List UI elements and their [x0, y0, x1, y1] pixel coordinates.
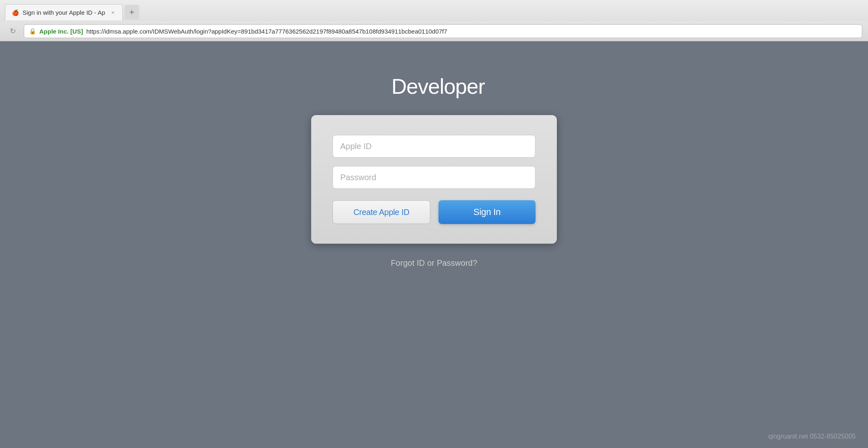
active-tab[interactable]: 🍎 Sign in with your Apple ID - Ap × — [5, 4, 123, 20]
lock-icon: 🔒 — [29, 28, 36, 34]
action-buttons: Create Apple ID Sign In — [332, 200, 536, 224]
url-bar[interactable]: 🔒 Apple Inc. [US] https://idmsa.apple.co… — [24, 24, 862, 38]
forgot-id-password-link[interactable]: Forgot ID or Password? — [391, 258, 477, 268]
developer-title: Developer — [391, 74, 485, 99]
tab-favicon: 🍎 — [11, 9, 19, 17]
password-input[interactable] — [332, 166, 536, 189]
watermark-text: qingruanit.net 0532-85025005 — [768, 433, 856, 440]
new-tab-button[interactable]: + — [124, 5, 139, 20]
apple-id-input[interactable] — [332, 135, 536, 158]
sign-in-button[interactable]: Sign In — [439, 200, 536, 224]
url-company: Apple Inc. [US] — [39, 28, 83, 35]
tab-close-button[interactable]: × — [109, 9, 117, 16]
login-card: Create Apple ID Sign In — [311, 115, 557, 244]
tab-bar: 🍎 Sign in with your Apple ID - Ap × + — [0, 0, 868, 21]
url-text: https://idmsa.apple.com/IDMSWebAuth/logi… — [86, 28, 448, 35]
developer-header: Developer — [383, 74, 485, 99]
refresh-button[interactable]: ↻ — [6, 24, 20, 38]
create-apple-id-button[interactable]: Create Apple ID — [332, 200, 430, 224]
page-content: Developer Create Apple ID Sign In Forgot… — [0, 41, 868, 448]
browser-chrome: 🍎 Sign in with your Apple ID - Ap × + ↻ … — [0, 0, 868, 41]
refresh-icon: ↻ — [10, 27, 16, 36]
tab-title: Sign in with your Apple ID - Ap — [23, 9, 105, 16]
address-bar: ↻ 🔒 Apple Inc. [US] https://idmsa.apple.… — [0, 21, 868, 41]
